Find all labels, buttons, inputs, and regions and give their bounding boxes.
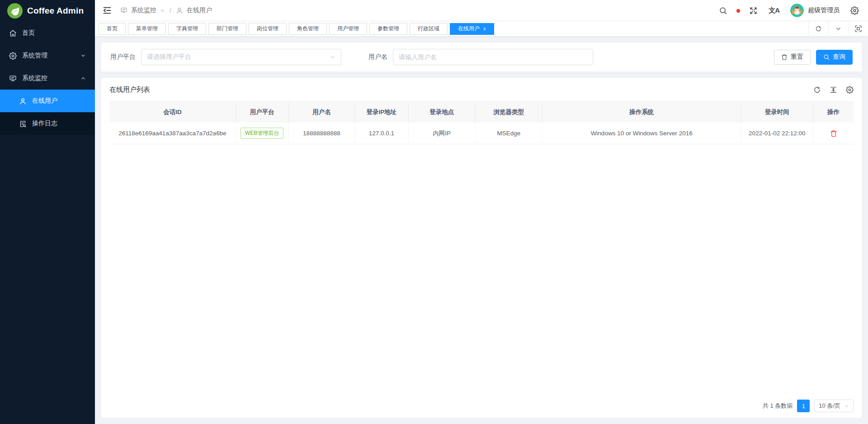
row-density-icon[interactable] (830, 86, 837, 94)
search-icon[interactable] (719, 6, 727, 15)
cell-username: 18888888888 (289, 123, 355, 144)
table-body: 26118e6169aa41a387aa3ca7a7d2a6be WEB管理后台… (109, 123, 854, 144)
translate-icon[interactable]: 文A (769, 6, 779, 15)
col-header-location: 登录地点 (409, 102, 476, 123)
breadcrumb: 系统监控 / 在线用户 (120, 6, 212, 14)
app-title: Coffee Admin (27, 6, 84, 16)
chevron-up-icon (80, 76, 86, 81)
col-header-ip: 登录IP地址 (355, 102, 409, 123)
page-size-select[interactable]: 10 条/页 (814, 400, 854, 412)
gear-icon (9, 52, 17, 60)
column-settings-gear-icon[interactable] (846, 86, 854, 94)
app-logo-icon (7, 3, 23, 19)
fullscreen-icon[interactable] (749, 6, 758, 15)
breadcrumb-level2: 在线用户 (187, 6, 212, 14)
search-button[interactable]: 查询 (816, 50, 853, 65)
table-title: 在线用户列表 (109, 86, 150, 94)
col-header-session-id: 会话ID (109, 102, 236, 123)
page-size-value: 10 条/页 (819, 402, 840, 410)
notification-badge (736, 9, 740, 13)
tab-label: 岗位管理 (257, 25, 278, 33)
search-button-label: 查询 (833, 53, 845, 61)
logo-row: Coffee Admin (0, 0, 95, 22)
tabstrip-tools (808, 21, 868, 36)
col-header-os: 操作系统 (542, 102, 741, 123)
tab-role-management[interactable]: 角色管理 (289, 23, 327, 35)
platform-filter-group: 用户平台 请选择用户平台 (110, 49, 341, 65)
sidebar-item-online-users[interactable]: 在线用户 (0, 90, 95, 112)
table-card-header: 在线用户列表 (109, 78, 854, 101)
tab-param-management[interactable]: 参数管理 (369, 23, 407, 35)
delete-trash-icon[interactable] (830, 130, 837, 137)
refresh-tab-icon[interactable] (808, 21, 828, 36)
sidebar-item-label: 系统监控 (22, 74, 47, 82)
app-root: Coffee Admin 首页 系统管理 (0, 0, 868, 424)
sidebar-item-system-management[interactable]: 系统管理 (0, 44, 95, 67)
home-icon (9, 29, 17, 37)
username-input[interactable] (393, 49, 593, 65)
tab-online-users[interactable]: 在线用户 x (450, 23, 494, 35)
tab-options-chevron-icon[interactable] (828, 21, 848, 36)
tab-label: 部门管理 (217, 25, 238, 33)
sidebar-item-system-monitor[interactable]: 系统监控 (0, 67, 95, 90)
avatar (790, 4, 804, 17)
page-button-1[interactable]: 1 (797, 400, 810, 412)
col-header-username: 用户名 (289, 102, 355, 123)
sidebar: Coffee Admin 首页 系统管理 (0, 0, 95, 424)
tab-label: 首页 (107, 25, 118, 33)
table-toolbar (813, 86, 854, 94)
tab-label: 菜单管理 (136, 25, 158, 33)
sidebar-item-operation-logs[interactable]: 操作日志 (0, 112, 95, 135)
reset-button[interactable]: 重置 (774, 50, 811, 65)
online-users-panel: 在线用户列表 会话ID 用户平台 用户名 登录IP地址 (101, 78, 862, 418)
tab-admin-region[interactable]: 行政区域 (410, 23, 448, 35)
filter-panel: 用户平台 请选择用户平台 用户名 重置 (101, 43, 862, 71)
refresh-table-icon[interactable] (813, 86, 821, 94)
tab-dict-management[interactable]: 字典管理 (168, 23, 206, 35)
tab-menu-management[interactable]: 菜单管理 (128, 23, 166, 35)
username-filter-label: 用户名 (368, 53, 387, 61)
tab-label: 参数管理 (377, 25, 399, 33)
cell-login-time: 2022-01-02 22:12:00 (741, 123, 813, 144)
tab-user-management[interactable]: 用户管理 (329, 23, 367, 35)
cell-location: 内网IP (409, 123, 476, 144)
chevron-down-icon (80, 53, 86, 58)
user-menu[interactable]: 超级管理员 (790, 4, 840, 17)
log-file-icon (19, 120, 27, 128)
platform-tag: WEB管理后台 (241, 128, 283, 139)
sidebar-collapse-icon[interactable] (102, 5, 112, 15)
tab-close-icon[interactable]: x (483, 26, 486, 31)
col-header-platform: 用户平台 (236, 102, 289, 123)
maximize-content-icon[interactable] (848, 21, 868, 36)
tab-label: 用户管理 (337, 25, 359, 33)
header-actions: 文A 超级管理员 (719, 4, 859, 17)
col-header-login-time: 登录时间 (741, 102, 813, 123)
sidebar-item-home[interactable]: 首页 (0, 22, 95, 44)
chevron-down-icon (330, 54, 335, 60)
search-icon (823, 54, 830, 60)
sidebar-menu: 首页 系统管理 系统监控 (0, 22, 95, 424)
sidebar-item-label: 系统管理 (22, 52, 47, 60)
tab-home[interactable]: 首页 (99, 23, 126, 35)
content: 用户平台 请选择用户平台 用户名 重置 (95, 36, 868, 424)
chevron-down-icon (844, 404, 849, 409)
cell-actions (813, 123, 854, 144)
user-name: 超级管理员 (808, 6, 840, 14)
pagination: 共 1 条数据 1 10 条/页 (763, 400, 854, 412)
pagination-total: 共 1 条数据 (763, 402, 793, 410)
cell-ip: 127.0.0.1 (355, 123, 409, 144)
user-icon (19, 97, 27, 105)
chevron-down-icon[interactable] (160, 8, 165, 13)
filter-buttons: 重置 查询 (774, 50, 853, 65)
tab-dept-management[interactable]: 部门管理 (208, 23, 246, 35)
top-header: 系统监控 / 在线用户 (95, 0, 868, 21)
col-header-browser: 浏览器类型 (476, 102, 542, 123)
tab-post-management[interactable]: 岗位管理 (249, 23, 287, 35)
table-head: 会话ID 用户平台 用户名 登录IP地址 登录地点 浏览器类型 操作系统 登录时… (109, 102, 854, 123)
breadcrumb-level1[interactable]: 系统监控 (131, 6, 156, 14)
cell-browser: MSEdge (476, 123, 542, 144)
platform-select[interactable]: 请选择用户平台 (141, 49, 341, 65)
breadcrumb-separator: / (170, 7, 171, 14)
settings-gear-icon[interactable] (850, 6, 859, 15)
monitor-icon (9, 75, 17, 82)
